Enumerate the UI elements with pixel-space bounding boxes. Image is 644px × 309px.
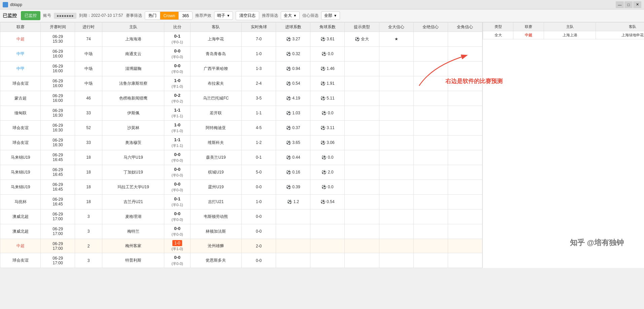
cell-league: 球会友谊 (0, 76, 41, 91)
cell-away: 乌兰巴托城FC (190, 91, 241, 106)
cell-abs-conf (413, 253, 448, 268)
col-full-conf: 全大信心 (379, 23, 413, 32)
cell-corner-rt: 1-3 (242, 61, 276, 76)
cell-time: 06-2915:30 (41, 32, 75, 47)
cell-score: 0-0(半0-0) (164, 165, 190, 180)
close-button[interactable]: ✕ (633, 1, 641, 8)
cell-score: 0-0(半0-0) (164, 61, 190, 76)
cell-full-conf (379, 180, 413, 194)
col-time: 开赛时间 (41, 23, 75, 32)
right-table-row: 全大 中超 上海上港 上海绿地申花 19 2.75 7-0 0-1 (483, 31, 644, 39)
sound-dropdown-arrow: ▼ (227, 14, 230, 17)
cell-corner-conf (448, 253, 482, 268)
cell-goal-coeff: ⚽ 0.37 (276, 120, 310, 135)
table-row: 中甲 06-2916:00 中场 淄博蹴鞠 0-0(半0-0) 广西平果哈嘹 1… (0, 61, 482, 76)
cell-full-conf (379, 61, 413, 76)
hot-btn[interactable]: 热门 (145, 12, 160, 20)
table-row: 球会友谊 06-2916:00 中场 法鲁尔康斯坦察 1-0(半1-0) 布拉索… (0, 76, 482, 91)
sound-select[interactable]: 哨子 ▼ (214, 11, 233, 20)
cell-full-conf (379, 135, 413, 150)
cell-goal-coeff (276, 253, 310, 268)
cell-corner-conf (448, 106, 482, 120)
expiry-text: 到期：2022-07-10 17:57 (79, 13, 123, 18)
cell-corner-conf (448, 150, 482, 165)
rcell-type: 全大 (483, 31, 513, 39)
col-corner-conf: 全角信心 (448, 23, 482, 32)
cell-league: 中甲 (0, 46, 41, 61)
table-row: 澳威北超 06-2917:00 3 麦格理湖 0-0(半0-0) 韦斯顿劳动熊 … (0, 209, 482, 224)
rcell-home: 上海上港 (544, 31, 596, 39)
cell-abs-conf (413, 239, 448, 253)
cell-full-conf (379, 165, 413, 180)
cell-tip-type: ⚽ 全大 (345, 32, 379, 47)
table-row: 蒙古超 06-2916:00 46 色楞格新闻猎鹰 0-2(半0-2) 乌兰巴托… (0, 91, 482, 106)
cell-full-conf (379, 150, 413, 165)
left-table: 联赛 开赛时间 进行时 主队 比分 客队 实时角球 进球系数 角球系数 提示类型… (0, 22, 482, 268)
cell-progress: 74 (75, 32, 102, 47)
cell-away: 广西平果哈嘹 (190, 61, 241, 76)
cell-corner-conf (448, 46, 482, 61)
minimize-button[interactable]: — (616, 1, 624, 8)
cell-time: 06-2916:30 (41, 106, 75, 120)
cell-away: 维斯科夫 (190, 135, 241, 150)
cell-tip-type (345, 239, 379, 253)
cell-home: 特普利斯 (102, 253, 164, 268)
cell-corner-conf (448, 91, 482, 106)
cell-league: 马来锦U19 (0, 165, 41, 180)
btn365[interactable]: 365 (179, 12, 192, 20)
rec-filter-select[interactable]: 全大 ▼ (281, 11, 300, 20)
filter-label: 赛事筛选 (126, 13, 142, 18)
cell-time: 06-2916:00 (41, 61, 75, 76)
account-label: 账号 (43, 13, 51, 18)
cell-time: 06-2916:30 (41, 135, 75, 150)
cell-corner-conf (448, 76, 482, 91)
cell-corner-coeff (310, 239, 345, 253)
cell-progress: 18 (75, 180, 102, 194)
cell-score: 0-0(半0-0) (164, 150, 190, 165)
cell-time: 06-2916:45 (41, 194, 75, 209)
cell-league: 中超 (0, 239, 41, 253)
cell-corner-coeff: ⚽ 0.0 (310, 150, 345, 165)
cell-time: 06-2916:45 (41, 150, 75, 165)
cell-goal-coeff: ⚽ 0.39 (276, 180, 310, 194)
cell-home: 玛拉工艺大学U19 (102, 180, 164, 194)
cell-corner-rt: 1-0 (242, 194, 276, 209)
monitor-button[interactable]: 已监控 (21, 11, 40, 20)
cell-full-conf (379, 91, 413, 106)
cell-away: 瓮恩斯多夫 (190, 253, 241, 268)
col-tip-type: 提示类型 (345, 23, 379, 32)
cell-time: 06-2916:00 (41, 46, 75, 61)
cell-time: 06-2917:00 (41, 209, 75, 224)
table-row: 球会友谊 06-2917:00 3 特普利斯 0-0(半0-0) 瓮恩斯多夫 0… (0, 253, 482, 268)
cell-home: 马六甲U19 (102, 150, 164, 165)
title-bar: dblapp — □ ✕ (0, 0, 644, 9)
cell-corner-rt: 4-5 (242, 120, 276, 135)
table-row: 马来锦U19 06-2916:45 18 马六甲U19 0-0(半0-0) 森美… (0, 150, 482, 165)
cell-tip-type (345, 46, 379, 61)
crown-btn[interactable]: Crown (160, 12, 179, 20)
cell-corner-conf (448, 61, 482, 76)
col-corner-coeff: 角球系数 (310, 23, 345, 32)
cell-score: 0-1(半0-1) (164, 32, 190, 47)
rcol-type: 类型 (483, 23, 513, 31)
cell-away: 若开联 (190, 106, 241, 120)
cell-home: 丁加奴U19 (102, 165, 164, 180)
cell-time: 06-2917:00 (41, 224, 75, 239)
cell-abs-conf (413, 209, 448, 224)
cell-corner-coeff: ⚽ 1.91 (310, 76, 345, 91)
cell-goal-coeff: ⚽ 1.03 (276, 106, 310, 120)
cell-progress: 2 (75, 239, 102, 253)
cell-time: 06-2916:45 (41, 165, 75, 180)
cell-league: 球会友谊 (0, 253, 41, 268)
clear-log-button[interactable]: 清空日志 (236, 11, 259, 20)
rcol-home: 主队 (544, 23, 596, 31)
confidence-filter-select[interactable]: 全部 ▼ (321, 11, 340, 20)
table-row: 球会友谊 06-2916:30 52 沙莫林 1-0(半1-0) 阿特梅迪亚 4… (0, 120, 482, 135)
cell-corner-conf (448, 194, 482, 209)
cell-corner-rt: 0-0 (242, 209, 276, 224)
col-away: 客队 (190, 23, 241, 32)
maximize-button[interactable]: □ (624, 1, 633, 8)
cell-home: 吉兰丹U21 (102, 194, 164, 209)
cell-full-conf (379, 194, 413, 209)
cell-corner-conf (448, 135, 482, 150)
